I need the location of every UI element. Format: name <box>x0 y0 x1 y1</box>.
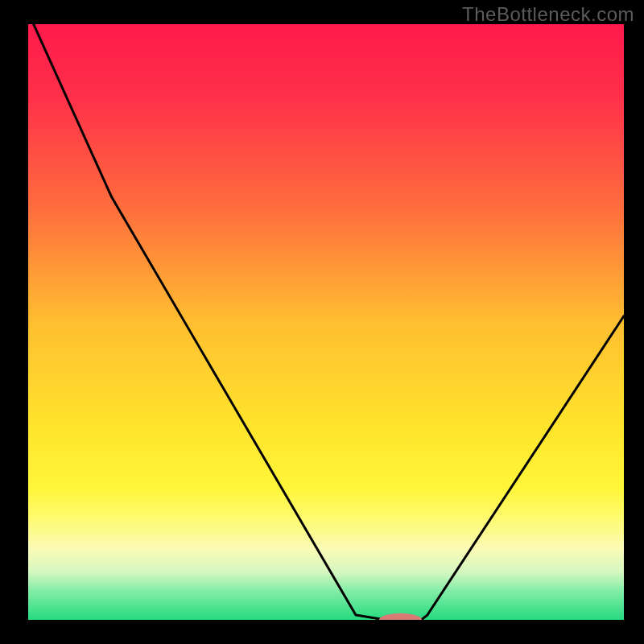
plot-area <box>28 24 624 620</box>
watermark-text: TheBottleneck.com <box>462 3 634 26</box>
chart-canvas: TheBottleneck.com <box>0 0 644 644</box>
chart-svg <box>28 24 624 620</box>
gradient-background <box>28 24 624 620</box>
